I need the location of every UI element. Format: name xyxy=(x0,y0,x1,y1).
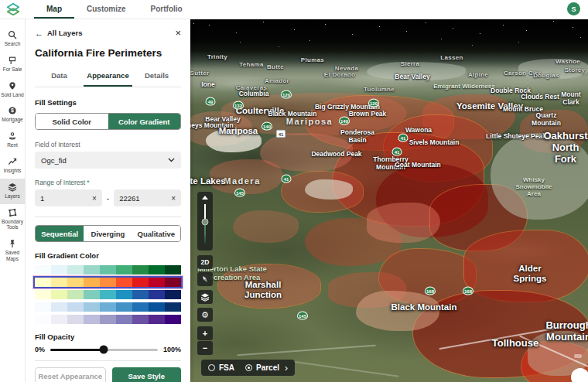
for-sale-sign-icon xyxy=(8,56,17,65)
map-settings-button[interactable]: ⚙ xyxy=(197,308,213,322)
top-nav: Map Customize Portfolio xyxy=(34,0,195,19)
brand-logo-icon[interactable] xyxy=(6,2,20,16)
sidebar-item-search[interactable]: Search xyxy=(0,26,25,52)
zoom-out-button[interactable]: − xyxy=(197,341,213,355)
field-of-interest-select[interactable]: Ogc_fid xyxy=(35,152,181,169)
save-style-button[interactable]: Save Style xyxy=(112,367,182,382)
swatch xyxy=(116,278,132,287)
swatch xyxy=(165,265,181,275)
range-max-input[interactable]: 22261 × xyxy=(114,189,181,206)
swatch xyxy=(149,290,165,299)
fill-gradient-heading: Fill Gradient Color xyxy=(35,251,181,260)
route-shield-145: 145 xyxy=(234,189,245,197)
sidebar-item-boundary-tools[interactable]: Boundary Tools xyxy=(0,204,25,236)
toggle-2d-button[interactable]: 2D xyxy=(197,255,213,269)
route-shield-41: 41 xyxy=(282,175,292,183)
qualitative-option[interactable]: Qualitative xyxy=(132,226,180,241)
route-shield-41: 41 xyxy=(276,130,286,138)
field-of-interest-value: Ogc_fid xyxy=(41,156,67,165)
swatch xyxy=(67,290,84,299)
tab-details[interactable]: Details xyxy=(132,67,181,87)
swatch xyxy=(149,302,165,312)
fsa-circle-icon xyxy=(208,364,215,371)
route-shield-132: 132 xyxy=(233,101,244,110)
fsa-toggle[interactable]: FSA xyxy=(219,363,234,372)
rent-hand-icon xyxy=(8,131,17,141)
sidebar-item-mortgage[interactable]: $ Mortgage xyxy=(0,102,25,128)
solid-color-option[interactable]: Solid Color xyxy=(36,114,108,129)
svg-text:$: $ xyxy=(11,108,14,114)
panel-tabs: Data Appearance Details xyxy=(35,67,181,87)
sidebar-label: For Sale xyxy=(1,67,24,73)
swatch xyxy=(35,278,51,287)
swatch xyxy=(84,278,100,287)
layers-icon xyxy=(200,292,210,302)
swatch xyxy=(67,278,84,287)
swatch xyxy=(35,302,51,312)
clear-min-icon[interactable]: × xyxy=(92,194,97,203)
basemap-layers-button[interactable] xyxy=(197,290,213,304)
sidebar-item-sold-land[interactable]: Sold Land xyxy=(0,77,25,103)
back-to-all-layers[interactable]: ←All Layers xyxy=(35,29,82,38)
map-circle-button[interactable] xyxy=(571,368,588,382)
parcel-target-icon xyxy=(245,364,252,371)
map-pin-icon xyxy=(8,81,17,90)
gradient-row-3[interactable] xyxy=(35,302,181,312)
diverging-option[interactable]: Diverging xyxy=(84,226,132,241)
opacity-slider-handle[interactable] xyxy=(100,346,108,354)
swatch xyxy=(67,302,84,312)
sidebar-label: Saved Maps xyxy=(1,250,24,262)
user-avatar[interactable]: S xyxy=(567,2,580,15)
gradient-row-1[interactable] xyxy=(35,278,181,287)
range-min-input[interactable]: 1 × xyxy=(35,189,102,206)
clear-max-icon[interactable]: × xyxy=(171,194,176,203)
route-shield-140: 140 xyxy=(262,122,272,131)
sidebar-item-saved-maps[interactable]: Saved Maps xyxy=(0,235,25,267)
pitch-slider-handle[interactable] xyxy=(202,219,209,226)
sequential-option[interactable]: Sequential xyxy=(36,226,84,241)
parcel-toggle[interactable]: Parcel xyxy=(256,363,279,372)
chevron-down-icon xyxy=(168,158,175,162)
gradient-row-2[interactable] xyxy=(35,290,181,299)
zoom-in-button[interactable]: + xyxy=(197,326,213,340)
chevron-right-icon[interactable]: › xyxy=(285,363,288,373)
swatch xyxy=(132,302,149,312)
tab-appearance[interactable]: Appearance xyxy=(84,67,132,87)
sidebar-item-rent[interactable]: Rent xyxy=(0,128,25,153)
swatch xyxy=(165,278,181,287)
nav-tab-map[interactable]: Map xyxy=(34,0,74,19)
sidebar-item-for-sale[interactable]: For Sale xyxy=(0,52,25,77)
swatch xyxy=(116,315,132,324)
color-gradient-option[interactable]: Color Gradient xyxy=(108,114,181,129)
sidebar-label: Sold Land xyxy=(1,92,24,98)
compass-button[interactable] xyxy=(197,272,213,286)
trend-line-icon xyxy=(8,157,17,166)
sidebar-item-insights[interactable]: Insights xyxy=(0,153,25,179)
layer-style-panel: ←All Layers × California Fire Perimeters… xyxy=(26,19,190,382)
reset-appearance-button[interactable]: Reset Appearance xyxy=(35,367,106,382)
swatch xyxy=(149,278,165,287)
nav-tab-portfolio[interactable]: Portfolio xyxy=(138,0,195,19)
pitch-slider[interactable] xyxy=(197,192,213,251)
range-separator: - xyxy=(107,194,109,203)
opacity-min-label: 0% xyxy=(35,346,45,353)
app-window: Map Customize Portfolio S Search For Sal… xyxy=(0,0,588,382)
gear-icon: ⚙ xyxy=(201,310,209,320)
gradient-row-4[interactable] xyxy=(35,315,181,324)
route-shields: 4913212014014012041414114514516816841 xyxy=(190,19,588,382)
sidebar-item-layers[interactable]: Layers xyxy=(0,179,25,204)
route-shield-168: 168 xyxy=(425,287,436,295)
pitch-up-icon xyxy=(202,196,208,200)
swatch xyxy=(100,290,116,299)
map-canvas[interactable]: Millerton Lake State Recreation AreaTrin… xyxy=(190,19,588,382)
gradient-rows xyxy=(35,265,181,324)
nav-tab-customize[interactable]: Customize xyxy=(74,0,138,19)
close-panel-icon[interactable]: × xyxy=(175,28,181,38)
swatch xyxy=(51,290,67,299)
opacity-slider[interactable] xyxy=(50,349,158,351)
swatch xyxy=(165,290,181,299)
sidebar-label: Boundary Tools xyxy=(1,219,24,231)
map-attribution xyxy=(574,354,582,358)
tab-data[interactable]: Data xyxy=(35,67,84,87)
gradient-row-0[interactable] xyxy=(35,265,181,275)
